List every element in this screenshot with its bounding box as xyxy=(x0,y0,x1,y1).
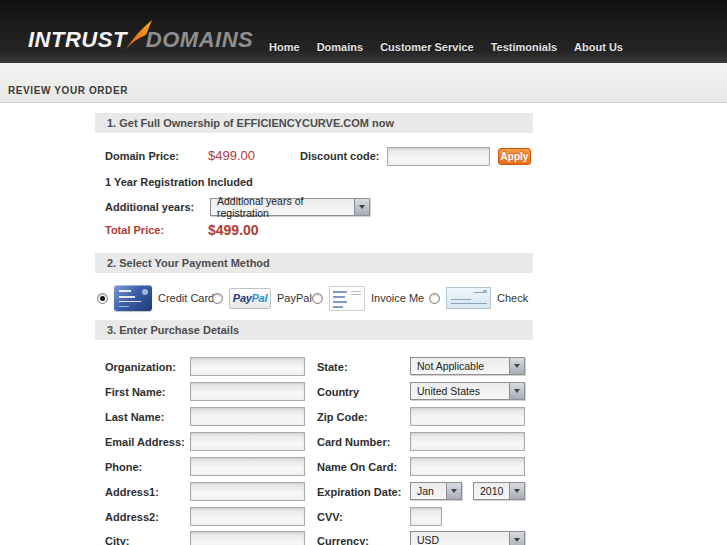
country-select-value: United States xyxy=(417,385,480,397)
city-input[interactable] xyxy=(190,531,305,545)
state-select-value: Not Applicable xyxy=(417,360,484,372)
expiration-date-label: Expiration Date: xyxy=(317,486,401,498)
chevron-down-icon xyxy=(509,483,524,499)
section-ownership-header: 1. Get Full Ownership of EFFICIENCYCURVE… xyxy=(95,113,533,133)
main-nav: Home Domains Customer Service Testimonia… xyxy=(269,41,623,53)
payment-option-check: Check xyxy=(429,283,528,313)
currency-select-value: USD xyxy=(417,534,439,545)
section-payment-header: 2. Select Your Payment Method xyxy=(95,253,533,273)
name-on-card-input[interactable] xyxy=(410,457,525,476)
address2-input[interactable] xyxy=(190,507,305,526)
expiration-month-select[interactable]: Jan xyxy=(410,482,462,500)
paypal-label: PayPal xyxy=(277,292,312,304)
total-price-value: $499.00 xyxy=(208,222,259,238)
currency-label: Currency: xyxy=(317,535,369,545)
section-details-header: 3. Enter Purchase Details xyxy=(95,320,533,340)
check-radio[interactable] xyxy=(429,293,440,304)
nav-item-home[interactable]: Home xyxy=(269,41,300,53)
breadcrumb-band: REVIEW YOUR ORDER xyxy=(0,63,727,103)
discount-code-input[interactable] xyxy=(387,147,490,166)
address2-label: Address2: xyxy=(105,511,159,523)
state-label: State: xyxy=(317,361,348,373)
credit-card-label: Credit Card xyxy=(158,292,214,304)
cvv-input[interactable] xyxy=(410,507,442,526)
payment-option-paypal: PayPal PayPal xyxy=(212,283,312,313)
currency-select[interactable]: USD xyxy=(410,531,525,545)
phone-input[interactable] xyxy=(190,457,305,476)
cvv-label: CVV: xyxy=(317,511,343,523)
address1-label: Address1: xyxy=(105,486,159,498)
domain-price-value: $499.00 xyxy=(208,148,255,163)
breadcrumb: REVIEW YOUR ORDER xyxy=(8,85,128,96)
card-number-label: Card Number: xyxy=(317,436,390,448)
address1-input[interactable] xyxy=(190,482,305,501)
chevron-down-icon xyxy=(509,532,524,545)
chevron-down-icon xyxy=(509,383,524,399)
phone-label: Phone: xyxy=(105,461,142,473)
organization-input[interactable] xyxy=(190,357,305,376)
logo[interactable]: INTRUST DOMAINS xyxy=(28,19,253,53)
invoice-label: Invoice Me xyxy=(371,292,424,304)
first-name-label: First Name: xyxy=(105,386,166,398)
check-icon xyxy=(446,287,491,309)
additional-years-select-value: Additional years of registration xyxy=(217,195,352,219)
top-navigation-bar: INTRUST DOMAINS Home Domains Customer Se… xyxy=(0,0,727,63)
discount-code-label: Discount code: xyxy=(300,150,379,162)
name-on-card-label: Name On Card: xyxy=(317,461,397,473)
nav-item-customer-service[interactable]: Customer Service xyxy=(380,41,474,53)
nav-item-domains[interactable]: Domains xyxy=(317,41,363,53)
paypal-radio[interactable] xyxy=(212,293,223,304)
organization-label: Organization: xyxy=(105,361,176,373)
zip-code-label: Zip Code: xyxy=(317,411,368,423)
city-label: City: xyxy=(105,535,129,545)
last-name-label: Last Name: xyxy=(105,411,164,423)
last-name-input[interactable] xyxy=(190,407,305,426)
registration-note: 1 Year Registration Included xyxy=(105,176,253,188)
first-name-input[interactable] xyxy=(190,382,305,401)
payment-option-credit-card: Credit Card xyxy=(97,283,214,313)
total-price-label: Total Price: xyxy=(105,224,164,236)
nav-item-about-us[interactable]: About Us xyxy=(574,41,623,53)
zip-code-input[interactable] xyxy=(410,407,525,426)
email-address-input[interactable] xyxy=(190,432,305,451)
logo-arrow-icon xyxy=(125,19,153,51)
credit-card-radio[interactable] xyxy=(97,293,108,304)
chevron-down-icon xyxy=(509,358,524,374)
payment-option-invoice: Invoice Me xyxy=(312,283,424,313)
state-select[interactable]: Not Applicable xyxy=(410,357,525,375)
invoice-radio[interactable] xyxy=(312,293,323,304)
additional-years-select[interactable]: Additional years of registration xyxy=(210,198,370,216)
expiration-year-value: 2010 xyxy=(480,485,503,497)
page: INTRUST DOMAINS Home Domains Customer Se… xyxy=(0,0,727,545)
chevron-down-icon xyxy=(446,483,461,499)
invoice-icon xyxy=(329,286,365,311)
apply-button[interactable]: Apply xyxy=(498,148,531,165)
logo-text-domains: DOMAINS xyxy=(146,27,253,53)
domain-price-label: Domain Price: xyxy=(105,150,179,162)
card-number-input[interactable] xyxy=(410,432,525,451)
country-label: Country xyxy=(317,386,359,398)
expiration-year-select[interactable]: 2010 xyxy=(473,482,525,500)
check-label: Check xyxy=(497,292,528,304)
paypal-icon: PayPal xyxy=(229,288,271,309)
chevron-down-icon xyxy=(354,199,369,215)
logo-text-intrust: INTRUST xyxy=(28,27,127,53)
country-select[interactable]: United States xyxy=(410,382,525,400)
additional-years-label: Additional years: xyxy=(105,201,194,213)
credit-card-icon xyxy=(114,285,152,311)
expiration-month-value: Jan xyxy=(417,485,434,497)
email-address-label: Email Address: xyxy=(105,436,185,448)
nav-item-testimonials[interactable]: Testimonials xyxy=(491,41,557,53)
